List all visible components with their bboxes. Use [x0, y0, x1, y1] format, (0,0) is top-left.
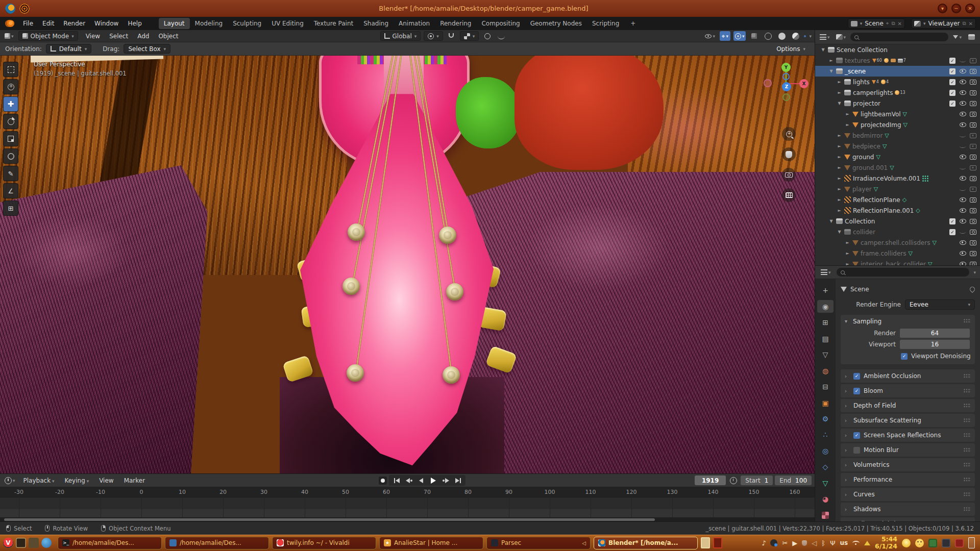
- blender-menu-icon[interactable]: [5, 20, 14, 27]
- hide-viewport-toggle[interactable]: [959, 251, 967, 256]
- prev-keyframe-button[interactable]: [403, 476, 414, 485]
- next-keyframe-button[interactable]: [440, 476, 451, 485]
- shading-wireframe-button[interactable]: [763, 31, 773, 41]
- render-visibility-toggle[interactable]: [969, 69, 977, 74]
- expander-icon[interactable]: ►: [837, 155, 842, 159]
- hand-tray-icon[interactable]: [802, 540, 807, 546]
- gizmos-toggle[interactable]: ⌖▾: [720, 31, 730, 41]
- viewport-3d-canvas[interactable]: ✚✎∠⊞ User Perspective (1919) _scene | gu…: [0, 56, 815, 473]
- properties-tab-texture[interactable]: [817, 509, 834, 521]
- expander-icon[interactable]: ►: [845, 240, 850, 245]
- workspace-tab-layout[interactable]: Layout: [159, 18, 190, 29]
- xray-toggle[interactable]: [749, 31, 760, 41]
- play-tray-icon[interactable]: ▶: [792, 540, 797, 546]
- expander-icon[interactable]: ▼: [837, 101, 842, 106]
- ortho-toggle-button[interactable]: [782, 188, 796, 202]
- pan-button[interactable]: [782, 147, 796, 161]
- render-visibility-toggle[interactable]: ✕: [969, 187, 977, 192]
- hide-viewport-toggle[interactable]: [959, 231, 967, 234]
- hide-viewport-toggle[interactable]: [959, 80, 967, 84]
- timeline-ruler[interactable]: -30-20-100102030405060708090100110120130…: [0, 487, 815, 497]
- prev-frame-button[interactable]: [415, 476, 427, 485]
- taskbar-task-parsec[interactable]: Parsec◁: [486, 537, 591, 549]
- workspace-tab-rendering[interactable]: Rendering: [435, 18, 476, 29]
- outliner-row-frame-colliders[interactable]: ►frame.colliders▽: [815, 248, 980, 259]
- viewlayer-selector[interactable]: ▾ ViewLayer ⧉ ✕: [911, 18, 976, 29]
- selectable-checkbox[interactable]: ✓: [948, 101, 957, 107]
- new-collection-button[interactable]: [966, 32, 977, 42]
- expander-icon[interactable]: ►: [845, 112, 850, 116]
- menu-render[interactable]: Render: [59, 18, 90, 29]
- properties-tab-view-layer[interactable]: ▤: [817, 332, 834, 344]
- timeline-menu-keying[interactable]: Keying ▾: [60, 475, 93, 486]
- workspace-tab-geometry-nodes[interactable]: Geometry Nodes: [525, 18, 587, 29]
- timeline-menu-view[interactable]: View: [94, 475, 118, 486]
- outliner-row-textures[interactable]: ►textures607✓✕: [815, 55, 980, 66]
- navigation-gizmo[interactable]: Y X Z: [764, 60, 808, 109]
- section-curves[interactable]: ›Curves: [841, 488, 975, 501]
- properties-tab-tool[interactable]: +: [817, 284, 834, 296]
- section-ambient-occlusion[interactable]: ›✓Ambient Occlusion: [841, 369, 975, 383]
- section-subsurface-scattering[interactable]: ›Subsurface Scattering: [841, 414, 975, 427]
- gizmo-x-positive[interactable]: X: [799, 79, 808, 88]
- properties-tab-data[interactable]: ▽: [817, 477, 834, 489]
- taskbar-task-blender-home-a-[interactable]: Blender* [/home/a...: [594, 537, 698, 549]
- bluetooth-icon[interactable]: ᛒ: [821, 540, 825, 546]
- expander-icon[interactable]: ►: [837, 90, 842, 95]
- outliner-row-collider[interactable]: ▼collider✓: [815, 227, 980, 237]
- outliner-filter-button[interactable]: ▾: [951, 32, 963, 42]
- workspace-tab-uv-editing[interactable]: UV Editing: [266, 18, 309, 29]
- tool-measure[interactable]: ∠: [3, 183, 18, 198]
- viewport-menu-add[interactable]: Add: [133, 31, 154, 41]
- tool-rotate[interactable]: [3, 114, 18, 129]
- dark-app-tray-icon[interactable]: [942, 539, 950, 547]
- outliner-row-scene-collection[interactable]: ▼Scene Collection: [815, 44, 980, 55]
- hide-viewport-toggle[interactable]: [959, 188, 967, 191]
- window-close-button[interactable]: ✕: [965, 4, 975, 13]
- outliner-row-bedmirror[interactable]: ►bedmirror▽✕: [815, 130, 980, 141]
- properties-options-chevron[interactable]: ▾: [973, 270, 976, 275]
- tool-cursor[interactable]: [3, 79, 18, 94]
- timeline-channels[interactable]: [0, 497, 815, 517]
- keyboard-layout-indicator[interactable]: us: [840, 540, 848, 546]
- section-depth-of-field[interactable]: ›Depth of Field: [841, 399, 975, 412]
- mode-dropdown[interactable]: Object Mode ▾: [18, 31, 78, 41]
- launcher-globe[interactable]: [41, 538, 52, 548]
- hide-viewport-toggle[interactable]: [959, 145, 967, 148]
- viewport-denoising-checkbox[interactable]: ✓: [901, 353, 908, 360]
- menu-window[interactable]: Window: [90, 18, 123, 29]
- remove-viewlayer-icon[interactable]: ✕: [969, 21, 973, 27]
- outliner-row-lights[interactable]: ►lights44✓: [815, 77, 980, 87]
- outliner-row-projector[interactable]: ▼projector✓: [815, 98, 980, 109]
- outliner-row-reflectionplane[interactable]: ►ReflectionPlane◇: [815, 194, 980, 205]
- music-tray-icon[interactable]: ♪: [762, 540, 766, 546]
- expander-icon[interactable]: ►: [845, 251, 850, 256]
- tool-scale[interactable]: [3, 131, 18, 146]
- render-visibility-toggle[interactable]: ✕: [969, 133, 977, 138]
- workspace-tab-animation[interactable]: Animation: [394, 18, 435, 29]
- smiley-tray-icon[interactable]: [915, 539, 924, 547]
- overlays-toggle[interactable]: ▾: [733, 31, 746, 41]
- workspace-tab-compositing[interactable]: Compositing: [476, 18, 525, 29]
- properties-tab-material[interactable]: ◕: [817, 493, 834, 505]
- launcher-files[interactable]: [29, 538, 39, 548]
- frame-end-field[interactable]: End 100: [775, 475, 812, 485]
- viewport-menu-select[interactable]: Select: [105, 31, 133, 41]
- tool-select-box[interactable]: [3, 62, 18, 77]
- falloff-dropdown[interactable]: [496, 31, 506, 41]
- render-visibility-toggle[interactable]: [969, 197, 977, 203]
- properties-tab-scene[interactable]: ▽: [817, 348, 834, 361]
- render-visibility-toggle[interactable]: [969, 208, 977, 213]
- gizmo-y-negative[interactable]: [782, 93, 790, 101]
- properties-tab-physics[interactable]: ◎: [817, 445, 834, 457]
- pivot-dropdown[interactable]: ▾: [424, 31, 443, 41]
- pin-id-icon[interactable]: [969, 286, 976, 293]
- hide-viewport-toggle[interactable]: [959, 90, 967, 95]
- expander-icon[interactable]: ►: [837, 80, 842, 84]
- red-book-tray-icon[interactable]: [955, 539, 964, 547]
- shading-rendered-button[interactable]: [804, 35, 806, 37]
- taskbar-task-twily-info-vivaldi[interactable]: twily.info ~/ - Vivaldi: [272, 537, 376, 549]
- show-desktop-button[interactable]: [968, 537, 975, 548]
- tool-transform[interactable]: [3, 148, 18, 164]
- workspace-tab-scripting[interactable]: Scripting: [587, 18, 624, 29]
